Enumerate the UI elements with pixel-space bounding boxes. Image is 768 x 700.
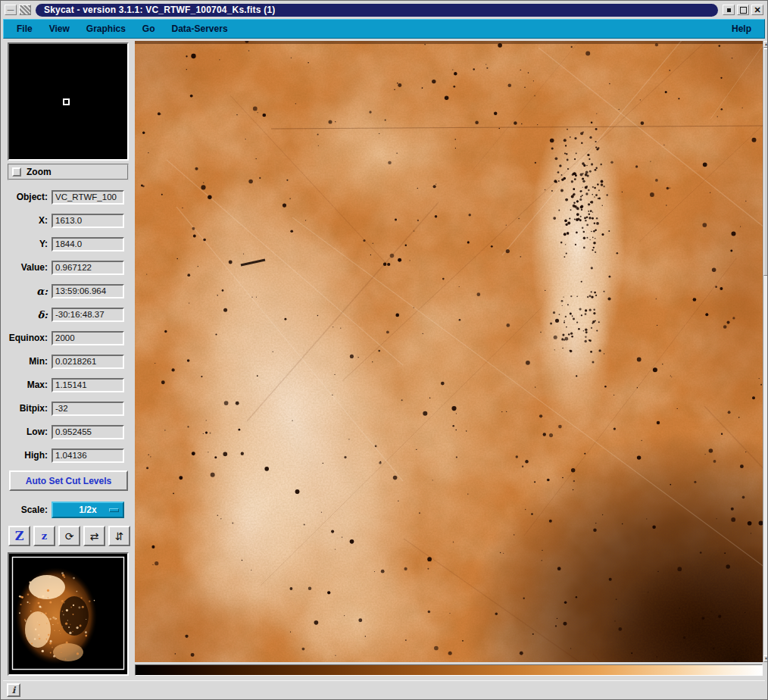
menu-help[interactable]: Help <box>723 20 760 37</box>
flip-x-button[interactable]: ⇄ <box>83 526 105 546</box>
flip-y-button[interactable]: ⇵ <box>108 526 130 546</box>
fits-image <box>135 41 763 662</box>
field-row-low: Low: 0.952455 <box>4 423 133 441</box>
field-row-max: Max: 1.15141 <box>4 376 133 394</box>
field-row-object: Object: VC_RTWF_100 <box>4 188 133 206</box>
zoom-toolbar: Z z ⟳ ⇄ ⇵ <box>8 526 130 547</box>
field-row-min: Min: 0.0218261 <box>4 352 133 370</box>
field-row-bitpix: Bitpix: -32 <box>4 399 133 417</box>
equinox-label: Equinox: <box>4 333 52 343</box>
menu-indicator-icon <box>109 508 119 512</box>
object-entry[interactable]: VC_RTWF_100 <box>52 190 124 205</box>
titlebar-iconify-button[interactable] <box>723 5 735 15</box>
high-label: High: <box>4 450 52 461</box>
zoom-toggle-frame: Zoom <box>8 164 129 180</box>
min-entry[interactable]: 0.0218261 <box>52 355 124 369</box>
zoom-window <box>8 42 129 161</box>
vertical-scrollbar[interactable]: ▲ ▼ <box>763 41 768 662</box>
titlebar-maximize-button[interactable] <box>737 5 749 15</box>
ra-entry[interactable]: 13:59:06.964 <box>52 284 124 298</box>
titlebar-close-button[interactable]: ✕ <box>751 5 763 15</box>
titlebar: — Skycat - version 3.1.1: VC_RTWF_100704… <box>1 1 767 19</box>
dec-entry[interactable]: -30:16:48.37 <box>52 308 124 322</box>
min-label: Min: <box>4 356 52 367</box>
field-row-dec: δ: -30:16:48.37 <box>4 305 133 323</box>
ra-label: α: <box>4 286 52 297</box>
statusbar: i <box>3 680 765 698</box>
zoom-marker-icon <box>63 98 70 105</box>
x-entry[interactable]: 1613.0 <box>52 214 124 228</box>
titlebar-menu-icon[interactable] <box>19 5 31 15</box>
menu-view[interactable]: View <box>41 20 78 37</box>
close-icon: ✕ <box>754 5 760 15</box>
field-row-equinox: Equinox: 2000 <box>4 329 133 347</box>
field-row-ra: α: 13:59:06.964 <box>4 282 133 300</box>
object-label: Object: <box>4 192 52 202</box>
control-panel: Zoom Object: VC_RTWF_100 X: 1613.0 Y: 18… <box>4 39 135 680</box>
x-label: X: <box>4 215 52 226</box>
menu-file[interactable]: File <box>8 20 41 37</box>
low-entry[interactable]: 0.952455 <box>52 425 124 439</box>
menu-go[interactable]: Go <box>134 20 164 37</box>
maximize-icon <box>740 7 747 14</box>
zoom-out-button[interactable]: z <box>33 526 55 546</box>
scrollbar-thumb[interactable] <box>763 48 768 276</box>
field-row-high: High: 1.04136 <box>4 446 133 464</box>
title-pill[interactable]: Skycat - version 3.1.1: VC_RTWF_100704_K… <box>36 4 718 17</box>
bitpix-entry[interactable]: -32 <box>52 402 124 416</box>
scale-label: Scale: <box>4 505 52 515</box>
scale-menubutton[interactable]: 1/2x <box>52 502 124 518</box>
low-label: Low: <box>4 427 52 437</box>
max-entry[interactable]: 1.15141 <box>52 378 124 392</box>
zoom-in-button[interactable]: Z <box>8 526 30 546</box>
bitpix-label: Bitpix: <box>4 403 52 414</box>
zoom-checkbox[interactable] <box>12 167 21 177</box>
high-entry[interactable]: 1.04136 <box>52 448 124 463</box>
value-label: Value: <box>4 262 52 273</box>
menu-data-servers[interactable]: Data-Servers <box>164 20 236 37</box>
image-canvas[interactable] <box>135 41 763 662</box>
colorbar-ramp[interactable] <box>135 664 763 676</box>
window-title: Skycat - version 3.1.1: VC_RTWF_100704_K… <box>44 5 275 15</box>
zoom-toggle-label: Zoom <box>27 167 52 177</box>
scroll-down-arrow-icon[interactable]: ▼ <box>763 655 768 662</box>
max-label: Max: <box>4 380 52 390</box>
info-button[interactable]: i <box>7 683 20 697</box>
menu-graphics[interactable]: Graphics <box>78 20 134 37</box>
field-row-x: X: 1613.0 <box>4 211 133 230</box>
skycat-window: — Skycat - version 3.1.1: VC_RTWF_100704… <box>0 0 768 700</box>
pan-window[interactable] <box>8 552 129 676</box>
pan-thumbnail <box>9 554 127 674</box>
scroll-up-arrow-icon[interactable]: ▲ <box>763 41 768 48</box>
rotate-button[interactable]: ⟳ <box>58 526 80 546</box>
scale-row: Scale: 1/2x <box>4 501 133 519</box>
auto-set-cut-levels-button[interactable]: Auto Set Cut Levels <box>9 470 128 491</box>
titlebar-minimize-icon[interactable]: — <box>5 5 17 15</box>
y-label: Y: <box>4 239 52 249</box>
menubar: File View Graphics Go Data-Servers Help <box>3 19 765 39</box>
scale-value: 1/2x <box>79 505 96 515</box>
y-entry[interactable]: 1844.0 <box>52 237 124 252</box>
dec-label: δ: <box>4 309 52 320</box>
dot-icon <box>727 8 731 12</box>
field-row-y: Y: 1844.0 <box>4 235 133 253</box>
value-entry[interactable]: 0.967122 <box>52 261 124 275</box>
field-row-value: Value: 0.967122 <box>4 258 133 277</box>
equinox-entry[interactable]: 2000 <box>52 331 124 345</box>
